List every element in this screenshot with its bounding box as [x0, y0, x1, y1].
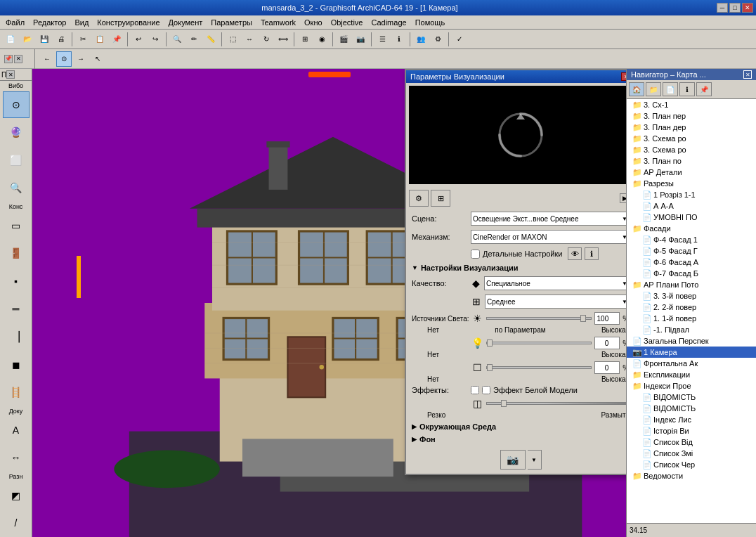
menu-teamwork[interactable]: Teamwork — [256, 17, 300, 28]
stair-tool[interactable]: 🪜 — [3, 379, 30, 406]
menu-document[interactable]: Документ — [164, 17, 207, 28]
maximize-button[interactable]: □ — [729, 3, 741, 13]
tree-item[interactable]: 📁АР Детали — [627, 167, 756, 178]
print-button[interactable]: 🖨 — [53, 32, 69, 47]
tree-item[interactable]: 📄3. 3-й повер — [627, 290, 756, 302]
marquee-tool[interactable]: ⬜ — [3, 147, 30, 174]
new-button[interactable]: 📄 — [3, 32, 18, 47]
tree-item[interactable]: 📄Загальна Перспек — [627, 335, 756, 347]
column-tool[interactable]: ▕ — [3, 323, 30, 350]
tree-item[interactable]: 📄Фронтальна Ак — [627, 358, 756, 369]
door-tool[interactable]: 🚪 — [3, 240, 30, 267]
tb2-arrow-left[interactable]: ← — [39, 51, 55, 67]
menu-construct[interactable]: Конструирование — [93, 17, 164, 28]
line-tool[interactable]: / — [3, 510, 30, 536]
tree-item[interactable]: 📄-1. Підвал — [627, 324, 756, 335]
detail-settings-info[interactable]: ℹ — [585, 247, 599, 260]
nav-sheet-btn[interactable]: 📄 — [663, 82, 678, 96]
paste-button[interactable]: 📌 — [109, 32, 124, 47]
tree-item[interactable]: 📁3. План пер — [627, 110, 756, 122]
detail-settings-checkbox[interactable] — [471, 250, 480, 259]
render-btn[interactable]: 🎬 — [336, 32, 351, 47]
tree-item[interactable]: 📄Історія Ви — [627, 425, 756, 436]
text-tool[interactable]: A — [3, 417, 30, 444]
tree-item[interactable]: 📁АР Плани Пото — [627, 279, 756, 290]
menu-window[interactable]: Окно — [300, 17, 327, 28]
tree-item[interactable]: 📁3. План по — [627, 155, 756, 167]
dim-tool[interactable]: ↔ — [3, 444, 30, 471]
menu-cadimage[interactable]: Cadimage — [367, 17, 410, 28]
snap-btn[interactable]: ◉ — [314, 32, 330, 47]
beam-tool[interactable]: ═ — [3, 296, 30, 323]
tree-item[interactable]: 📄Список Чер — [627, 459, 756, 470]
move-btn[interactable]: ↔ — [242, 32, 257, 47]
tree-item[interactable]: 📄Список Від — [627, 436, 756, 448]
grid-btn[interactable]: ⊞ — [297, 32, 313, 47]
scene-select[interactable]: Освещение Экст...вное Среднее — [471, 212, 626, 226]
tree-item[interactable]: 📁3. Схема ро — [627, 144, 756, 155]
quality-select2[interactable]: Среднее — [485, 295, 626, 309]
window-tool[interactable]: ▪ — [3, 268, 30, 295]
nav-home-btn[interactable]: 🏠 — [629, 82, 644, 96]
menu-view[interactable]: Вид — [70, 17, 93, 28]
tree-item[interactable]: 📄А А-А — [627, 200, 756, 212]
light-value1-input[interactable] — [594, 312, 620, 325]
tree-item[interactable]: 📁3. План дер — [627, 122, 756, 133]
tree-item[interactable]: 📄2. 2-й повер — [627, 302, 756, 313]
magic-wand-tool[interactable]: 🔮 — [3, 119, 30, 146]
effects-checkbox[interactable] — [471, 386, 479, 394]
render-dropdown-button[interactable]: ▼ — [528, 450, 542, 470]
select-btn[interactable]: ⬚ — [225, 32, 240, 47]
navigator-close[interactable]: ✕ — [743, 70, 752, 79]
camera-btn[interactable]: 📷 — [353, 32, 368, 47]
collab-btn[interactable]: 👥 — [413, 32, 429, 47]
detail-settings-eye[interactable]: 👁 — [568, 247, 582, 260]
menu-edit[interactable]: Редактор — [29, 17, 70, 28]
light-value2-input[interactable] — [594, 337, 620, 349]
tree-item[interactable]: 📄Список Змі — [627, 448, 756, 459]
environment-section-header[interactable]: ▶ Окружающая Среда — [406, 420, 626, 433]
tree-item[interactable]: 📁3. Схема ро — [627, 133, 756, 144]
info-btn[interactable]: ℹ — [391, 32, 407, 47]
redo-button[interactable]: ↪ — [148, 32, 163, 47]
tree-item[interactable]: 📁Разрезы — [627, 178, 756, 189]
nav-pin-btn[interactable]: 📌 — [696, 82, 712, 96]
light-value3-input[interactable] — [594, 361, 620, 374]
menu-help[interactable]: Помощь — [411, 17, 450, 28]
tree-item[interactable]: 📄Ф-6 Фасад А — [627, 257, 756, 268]
window-controls[interactable]: ─ □ ✕ — [717, 3, 753, 13]
panel-close-small-btn[interactable]: ✕ — [14, 55, 22, 63]
quality-select-wrapper2[interactable]: Среднее — [485, 295, 626, 309]
tree-item[interactable]: 📄Ф-5 Фасад Г — [627, 245, 756, 257]
tree-item[interactable]: 📁Фасади — [627, 223, 756, 234]
wall-tool[interactable]: ▭ — [3, 212, 30, 239]
tree-item[interactable]: 📄ВІДОМІСТЬ — [627, 392, 756, 403]
tree-item[interactable]: 📄Ф-7 Фасад Б — [627, 268, 756, 279]
tb2-arrow-right[interactable]: → — [73, 51, 89, 67]
nav-folder-btn[interactable]: 📁 — [646, 82, 661, 96]
tree-item[interactable]: 📄1. 1-й повер — [627, 313, 756, 324]
select-tool[interactable]: ⊙ — [3, 91, 30, 118]
dialog-settings-button[interactable]: ⚙ — [409, 190, 429, 207]
dialog-nav-right[interactable]: ▶ — [620, 193, 626, 203]
tree-item[interactable]: 📄Ф-4 Фасад 1 — [627, 234, 756, 245]
mechanism-select[interactable]: CineRender от MAXON — [471, 230, 626, 244]
start-render-button[interactable]: 📷 — [500, 450, 526, 470]
layer-btn[interactable]: ☰ — [374, 32, 390, 47]
scene-select-wrapper[interactable]: Освещение Экст...вное Среднее — [471, 212, 626, 226]
nav-info-btn[interactable]: ℹ — [679, 82, 695, 96]
settings-section-header[interactable]: ▼ Настройки Визуализации — [406, 261, 626, 274]
slab-tool[interactable]: ◼ — [3, 351, 30, 378]
quality-select1[interactable]: Специальное — [484, 276, 626, 290]
minimize-button[interactable]: ─ — [717, 3, 728, 13]
rotate-btn[interactable]: ↻ — [259, 32, 274, 47]
tree-item[interactable]: 📁Експликации — [627, 369, 756, 380]
menu-params[interactable]: Параметры — [207, 17, 256, 28]
dialog-close-button[interactable]: ✕ — [621, 72, 626, 81]
mirror-btn[interactable]: ⟺ — [275, 32, 291, 47]
menu-file[interactable]: Файл — [1, 17, 29, 28]
mechanism-select-wrapper[interactable]: CineRender от MAXON — [471, 230, 626, 244]
undo-button[interactable]: ↩ — [131, 32, 146, 47]
cut-button[interactable]: ✂ — [75, 32, 91, 47]
menu-objective[interactable]: Objective — [327, 17, 367, 28]
